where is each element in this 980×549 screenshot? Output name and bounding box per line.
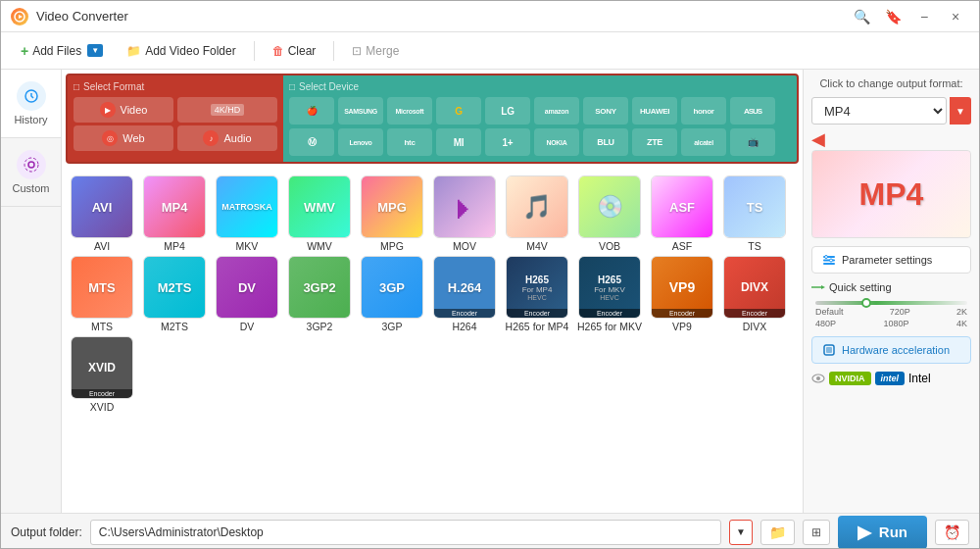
device-oneplus[interactable]: 1+ — [485, 128, 530, 156]
device-lg[interactable]: LG — [485, 97, 530, 125]
sidebar-item-history[interactable]: History — [1, 70, 61, 138]
device-asus[interactable]: ASUS — [730, 97, 775, 125]
device-lenovo[interactable]: Lenovo — [338, 128, 383, 156]
preview-button[interactable]: ⊞ — [803, 520, 830, 545]
format-mkv[interactable]: MATROSKA MKV — [213, 175, 281, 252]
add-video-folder-button[interactable]: 📁 Add Video Folder — [117, 39, 246, 63]
open-folder-button[interactable]: 📁 — [760, 520, 795, 545]
device-tv[interactable]: 📺 — [730, 128, 775, 156]
quality-labels-2: 480P 1080P 4K — [815, 319, 967, 328]
device-sony[interactable]: SONY — [583, 97, 628, 125]
svg-marker-1 — [19, 15, 23, 19]
format-vob[interactable]: 💿 VOB — [575, 175, 644, 252]
avi-label: AVI — [94, 240, 110, 252]
3gp2-label: 3GP2 — [307, 321, 333, 332]
format-mov[interactable]: ⏵ MOV — [430, 175, 499, 252]
device-apple[interactable]: 🍎 — [289, 97, 334, 125]
format-3gp[interactable]: 3GP 3GP — [358, 256, 426, 332]
format-dropdown[interactable]: MP4 — [811, 97, 947, 125]
3gp2-text: 3GP2 — [303, 280, 335, 295]
click-hint-text: Click to change output format: — [811, 77, 971, 89]
run-button[interactable]: ▶ Run — [838, 516, 927, 549]
mov-label: MOV — [453, 240, 476, 252]
select-format-panel: Select Format ▶ Video 4K/HD — [68, 75, 283, 162]
gpu-eye-icon — [811, 372, 825, 385]
video-format-button[interactable]: ▶ Video — [74, 97, 173, 123]
format-vp9[interactable]: VP9 Encoder VP9 — [648, 256, 716, 332]
format-mp4[interactable]: MP4 MP4 — [140, 175, 209, 252]
add-files-dropdown-arrow[interactable]: ▼ — [87, 44, 103, 57]
merge-button[interactable]: ⊡ Merge — [342, 39, 409, 63]
clear-label: Clear — [288, 44, 317, 58]
audio-note-icon: ♪ — [203, 130, 219, 146]
format-dv[interactable]: DV DV — [213, 256, 281, 332]
divx-encoder-badge: Encoder — [724, 309, 785, 318]
format-mpg[interactable]: MPG MPG — [358, 175, 426, 252]
wmv-label: WMV — [307, 240, 332, 252]
run-label: Run — [879, 524, 907, 540]
clear-icon: 🗑 — [272, 44, 284, 58]
minimize-button[interactable]: − — [910, 6, 938, 27]
format-3gp2[interactable]: 3GP2 3GP2 — [285, 256, 354, 332]
device-nokia[interactable]: NOKIA — [534, 128, 579, 156]
format-h265mp4[interactable]: H265 For MP4 HEVC Encoder H265 for MP4 — [503, 256, 571, 332]
intel-button[interactable]: intel — [875, 372, 906, 385]
bookmark-button[interactable]: 🔖 — [879, 6, 906, 27]
device-zte[interactable]: ZTE — [632, 128, 677, 156]
format-mts-box: MTS — [71, 256, 133, 319]
alarm-button[interactable]: ⏰ — [935, 520, 969, 545]
hd-format-button[interactable]: 4K/HD — [177, 97, 277, 123]
search-button[interactable]: 🔍 — [848, 6, 875, 27]
mkv-text: MATROSKA — [221, 202, 271, 212]
device-microsoft[interactable]: Microsoft — [387, 97, 432, 125]
output-dropdown-button[interactable]: ▼ — [729, 520, 753, 545]
device-samsung[interactable]: SAMSUNG — [338, 97, 383, 125]
format-m2ts-box: M2TS — [143, 256, 206, 319]
format-dropdown-arrow[interactable]: ▼ — [950, 97, 971, 125]
device-htc[interactable]: htc — [387, 128, 432, 156]
xvid-encoder-badge: Encoder — [72, 389, 132, 398]
device-blu[interactable]: BLU — [583, 128, 628, 156]
format-mts[interactable]: MTS MTS — [68, 256, 136, 332]
close-button[interactable]: × — [942, 6, 969, 27]
mpg-text: MPG — [377, 200, 407, 215]
svg-marker-11 — [821, 285, 825, 289]
format-asf[interactable]: ASF ASF — [648, 175, 716, 252]
device-mi[interactable]: MI — [436, 128, 481, 156]
clear-button[interactable]: 🗑 Clear — [263, 39, 326, 63]
add-files-button[interactable]: + Add Files ▼ — [11, 38, 113, 64]
app-icon — [11, 8, 28, 25]
nvidia-button[interactable]: NVIDIA — [829, 372, 871, 385]
web-format-button[interactable]: ◎ Web — [74, 125, 173, 151]
device-amazon[interactable]: amazon — [534, 97, 579, 125]
device-alcatel[interactable]: alcatel — [681, 128, 726, 156]
format-wmv[interactable]: WMV WMV — [285, 175, 354, 252]
format-divx[interactable]: DIVX Encoder DIVX — [720, 256, 789, 332]
format-m4v[interactable]: 🎵 M4V — [503, 175, 571, 252]
audio-label: Audio — [223, 132, 251, 144]
vp9-label: VP9 — [672, 321, 692, 332]
device-motorola[interactable]: Ⓜ — [289, 128, 334, 156]
param-settings-button[interactable]: Parameter settings — [811, 246, 971, 274]
output-format-select: MP4 ▼ — [811, 97, 971, 125]
device-google[interactable]: G — [436, 97, 481, 125]
ts-label: TS — [748, 240, 760, 252]
plus-icon: + — [21, 43, 28, 59]
format-xvid[interactable]: XVID Encoder XVID — [68, 336, 136, 413]
format-avi[interactable]: AVI AVI — [68, 175, 136, 252]
vp9-text: VP9 — [669, 279, 695, 295]
audio-format-button[interactable]: ♪ Audio — [177, 125, 277, 151]
output-path-input[interactable] — [90, 520, 721, 545]
format-mkv-box: MATROSKA — [216, 175, 278, 238]
asf-label: ASF — [672, 240, 692, 252]
device-honor[interactable]: honor — [681, 97, 726, 125]
format-m2ts[interactable]: M2TS M2TS — [140, 256, 209, 332]
format-h264[interactable]: H.264 Encoder H264 — [430, 256, 499, 332]
format-m4v-box: 🎵 — [506, 175, 568, 238]
hardware-acceleration-button[interactable]: Hardware acceleration — [811, 336, 971, 364]
asf-text: ASF — [669, 200, 695, 215]
format-h265mkv[interactable]: H265 For MKV HEVC Encoder H265 for MKV — [575, 256, 644, 332]
device-huawei[interactable]: HUAWEI — [632, 97, 677, 125]
format-ts[interactable]: TS TS — [720, 175, 789, 252]
sidebar-item-custom[interactable]: Custom — [1, 138, 61, 207]
